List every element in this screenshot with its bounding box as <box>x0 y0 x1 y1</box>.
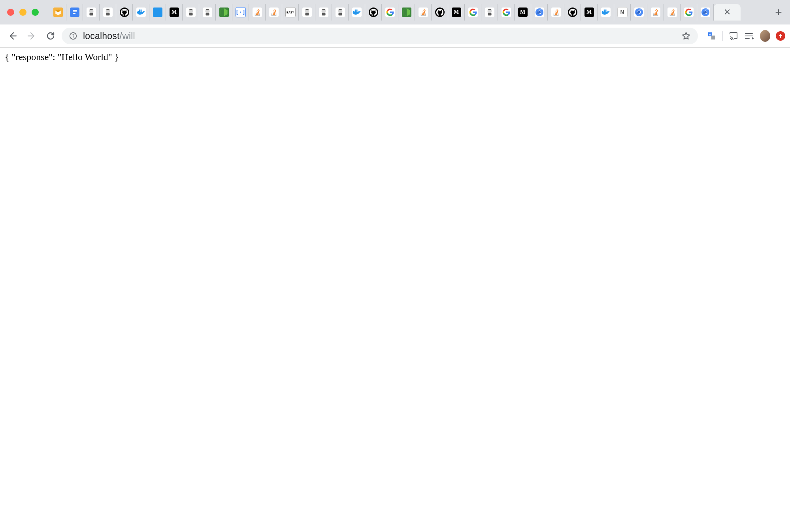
browser-tab[interactable] <box>349 4 365 21</box>
svg-rect-83 <box>671 13 673 14</box>
browser-tab[interactable]: [·] <box>232 4 249 21</box>
browser-tab[interactable] <box>681 4 697 21</box>
browser-tab[interactable] <box>332 4 349 21</box>
svg-point-42 <box>324 10 324 11</box>
stack-favicon-icon <box>419 8 428 17</box>
svg-rect-77 <box>654 14 656 15</box>
svg-point-11 <box>108 10 109 11</box>
browser-tab[interactable] <box>83 4 100 21</box>
svg-point-60 <box>490 10 490 11</box>
svg-rect-1 <box>73 10 77 11</box>
close-icon[interactable]: ✕ <box>724 7 731 17</box>
svg-rect-58 <box>488 13 491 15</box>
svg-rect-51 <box>356 9 357 11</box>
url-host: localhost <box>83 31 120 41</box>
reload-button[interactable] <box>43 28 58 44</box>
browser-tab[interactable] <box>548 4 564 21</box>
browser-tab[interactable] <box>299 4 315 21</box>
browser-tab[interactable] <box>647 4 664 21</box>
bookmark-star-icon[interactable] <box>681 31 691 41</box>
browser-tab[interactable]: M <box>448 4 465 21</box>
tabs-row: M[·]EASYMMMN✕ <box>50 0 767 24</box>
browser-tab[interactable] <box>50 4 66 21</box>
browser-tab[interactable] <box>315 4 332 21</box>
browser-tab[interactable] <box>249 4 266 21</box>
window-maximize-button[interactable] <box>32 9 39 16</box>
svg-rect-3 <box>73 13 75 14</box>
browser-tab[interactable] <box>432 4 448 21</box>
browser-tab[interactable] <box>564 4 581 21</box>
browser-tab[interactable] <box>199 4 216 21</box>
svg-rect-5 <box>89 13 93 15</box>
svg-point-24 <box>207 10 208 11</box>
svg-point-45 <box>339 10 340 11</box>
svg-rect-79 <box>654 11 657 13</box>
browser-tab-active[interactable]: ✕ <box>714 4 741 21</box>
browser-tab[interactable] <box>216 4 232 21</box>
new-tab-button[interactable]: + <box>771 5 786 20</box>
box-favicon-icon <box>53 8 63 17</box>
browser-tab[interactable] <box>531 4 548 21</box>
github-favicon-icon <box>120 8 129 17</box>
jenkins-favicon-icon <box>302 8 312 17</box>
n-favicon-icon: N <box>617 7 628 17</box>
browser-tab[interactable] <box>266 4 282 21</box>
back-button[interactable] <box>5 28 21 44</box>
toolbar-separator <box>722 31 723 41</box>
browser-tab[interactable]: EASY <box>282 4 299 21</box>
svg-rect-16 <box>140 9 141 11</box>
browser-tab[interactable] <box>664 4 681 21</box>
svg-point-20 <box>191 10 192 11</box>
media-queue-icon[interactable] <box>744 31 754 41</box>
browser-tab[interactable] <box>382 4 398 21</box>
stack-favicon-icon <box>269 8 279 17</box>
github-favicon-icon <box>568 8 577 17</box>
svg-rect-52 <box>422 14 424 15</box>
browser-tab[interactable] <box>481 4 498 21</box>
svg-point-7 <box>91 10 92 11</box>
browser-tab[interactable] <box>498 4 515 21</box>
profile-avatar[interactable] <box>760 31 770 41</box>
cast-icon[interactable] <box>728 31 739 41</box>
browser-tab[interactable]: M <box>581 4 598 21</box>
stack-favicon-icon <box>651 8 660 17</box>
browser-tab[interactable]: M <box>166 4 183 21</box>
update-available-icon[interactable] <box>776 31 785 41</box>
jenkins-favicon-icon <box>319 8 328 17</box>
browser-tab[interactable] <box>415 4 432 21</box>
jenkins-favicon-icon <box>186 8 196 17</box>
browser-tab[interactable] <box>598 4 614 21</box>
browser-tab[interactable] <box>66 4 83 21</box>
svg-rect-54 <box>422 11 424 13</box>
window-close-button[interactable] <box>7 9 14 16</box>
window-minimize-button[interactable] <box>19 9 26 16</box>
browser-tab[interactable] <box>697 4 714 21</box>
google-favicon-icon <box>502 8 511 17</box>
browser-tab[interactable] <box>631 4 647 21</box>
browser-tab[interactable]: M <box>515 4 531 21</box>
translate-extension-icon[interactable]: A <box>707 31 717 41</box>
svg-rect-25 <box>256 14 258 15</box>
browser-tab[interactable] <box>398 4 415 21</box>
svg-rect-32 <box>273 11 275 13</box>
svg-point-6 <box>90 10 91 11</box>
svg-point-59 <box>488 10 489 11</box>
svg-rect-27 <box>256 11 258 13</box>
browser-tab[interactable]: N <box>614 4 631 21</box>
browser-tab[interactable] <box>100 4 116 21</box>
address-bar[interactable]: localhost/will <box>62 28 698 44</box>
browser-tab[interactable] <box>365 4 382 21</box>
browser-tab[interactable] <box>183 4 199 21</box>
svg-point-19 <box>190 10 190 11</box>
browser-tab[interactable] <box>149 4 166 21</box>
svg-point-46 <box>340 10 341 11</box>
window-controls <box>7 9 39 16</box>
browser-tab[interactable] <box>465 4 481 21</box>
browser-tab[interactable] <box>133 4 149 21</box>
browser-tab[interactable] <box>116 4 133 21</box>
site-info-icon[interactable] <box>69 32 77 40</box>
forward-button[interactable] <box>24 28 40 44</box>
jenkins-favicon-icon <box>103 8 113 17</box>
url-text: localhost/will <box>83 31 135 41</box>
svg-rect-92 <box>73 36 74 38</box>
